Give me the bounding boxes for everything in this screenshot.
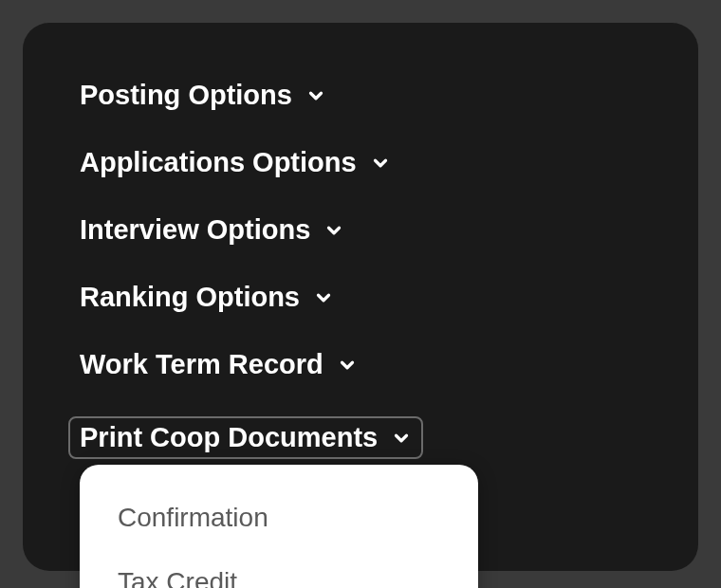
posting-options-menu[interactable]: Posting Options	[80, 80, 326, 111]
applications-options-menu[interactable]: Applications Options	[80, 147, 391, 178]
options-panel: Posting Options Applications Options Int…	[23, 23, 698, 571]
dropdown-item-tax-credit[interactable]: Tax Credit	[118, 567, 440, 588]
chevron-down-icon	[313, 287, 334, 308]
chevron-down-icon	[391, 428, 412, 449]
interview-options-menu[interactable]: Interview Options	[80, 214, 344, 246]
menu-label: Posting Options	[80, 80, 292, 111]
menu-label: Ranking Options	[80, 282, 300, 313]
menu-label: Applications Options	[80, 147, 357, 178]
print-coop-documents-menu[interactable]: Print Coop Documents	[68, 416, 423, 459]
chevron-down-icon	[370, 153, 391, 174]
chevron-down-icon	[305, 85, 326, 106]
dropdown-item-confirmation[interactable]: Confirmation	[118, 503, 440, 533]
print-coop-documents-dropdown: Confirmation Tax Credit	[80, 465, 478, 588]
work-term-record-menu[interactable]: Work Term Record	[80, 349, 358, 380]
menu-label: Work Term Record	[80, 349, 324, 380]
menu-label: Interview Options	[80, 214, 310, 246]
menu-label: Print Coop Documents	[80, 422, 378, 453]
chevron-down-icon	[337, 355, 358, 376]
chevron-down-icon	[324, 220, 344, 241]
ranking-options-menu[interactable]: Ranking Options	[80, 282, 334, 313]
